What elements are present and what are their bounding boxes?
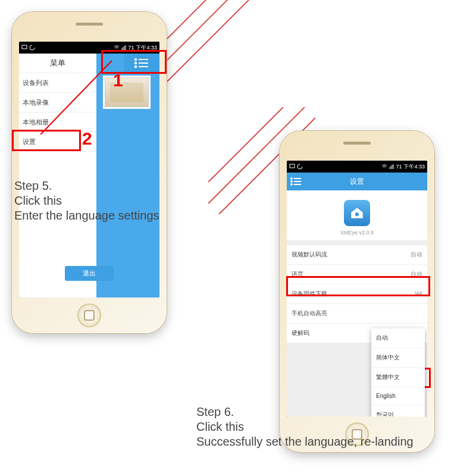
cast-icon bbox=[21, 45, 27, 51]
svg-point-17 bbox=[291, 181, 292, 182]
clock-text: 下午4:33 bbox=[136, 44, 157, 52]
signal-icon bbox=[121, 45, 126, 51]
svg-line-1 bbox=[154, 0, 250, 95]
settings-row-stream[interactable]: 视频默认码流自动 bbox=[287, 245, 427, 265]
callout-step5: Step 5. Click this Enter the language se… bbox=[14, 178, 159, 223]
status-bar: 71 下午4:33 bbox=[287, 161, 427, 173]
sync-icon bbox=[297, 164, 303, 170]
step5-title: Step 5. bbox=[14, 178, 159, 193]
svg-point-9 bbox=[135, 62, 136, 64]
svg-rect-14 bbox=[290, 164, 295, 168]
dropdown-item-auto[interactable]: 自动 bbox=[371, 328, 425, 348]
svg-point-7 bbox=[135, 59, 136, 60]
phone-frame-right: 71 下午4:33 设置 XMEye v2.0.8 视频默认码流自动 语言自动 bbox=[280, 131, 434, 452]
exit-button[interactable]: 退出 bbox=[65, 266, 114, 281]
settings-row-brightness[interactable]: 手机自动高亮 bbox=[287, 304, 427, 324]
step5-line2: Click this bbox=[14, 193, 159, 208]
settings-row-firmware[interactable]: 设备固件下载WI bbox=[287, 284, 427, 304]
cast-icon bbox=[289, 164, 295, 170]
wifi-icon bbox=[114, 45, 120, 51]
svg-point-19 bbox=[291, 184, 292, 185]
step6-line3: Successfully set the language, re-landin… bbox=[196, 434, 414, 449]
battery-text: 71 bbox=[128, 45, 134, 51]
list-icon bbox=[134, 58, 149, 68]
dropdown-item-korean[interactable]: 한국어 bbox=[371, 405, 425, 416]
dropdown-item-simplified[interactable]: 简体中文 bbox=[371, 348, 425, 368]
status-bar: 71 下午4:33 bbox=[19, 42, 159, 54]
house-eye-icon bbox=[349, 205, 365, 221]
svg-point-21 bbox=[355, 212, 359, 217]
wifi-icon bbox=[381, 164, 387, 170]
dropdown-item-traditional[interactable]: 繁體中文 bbox=[371, 368, 425, 387]
app-info: XMEye v2.0.8 bbox=[287, 190, 427, 240]
battery-text: 71 bbox=[396, 164, 402, 170]
sync-icon bbox=[29, 45, 35, 51]
svg-point-15 bbox=[291, 178, 292, 179]
step6-line2: Click this bbox=[196, 419, 414, 434]
phone-screen: 71 下午4:33 设置 XMEye v2.0.8 视频默认码流自动 语言自动 bbox=[287, 161, 427, 416]
svg-rect-6 bbox=[22, 45, 27, 49]
back-menu-button[interactable] bbox=[290, 177, 305, 186]
signal-icon bbox=[389, 164, 394, 170]
step5-line3: Enter the language settings bbox=[14, 208, 159, 223]
list-icon bbox=[290, 177, 302, 186]
settings-row-language[interactable]: 语言自动 bbox=[287, 265, 427, 284]
home-button[interactable] bbox=[77, 303, 101, 327]
menu-button[interactable] bbox=[124, 54, 159, 73]
svg-point-11 bbox=[135, 66, 136, 67]
page-title: 设置 bbox=[305, 177, 409, 187]
title-bar: 设置 bbox=[287, 173, 427, 190]
app-name: XMEye v2.0.8 bbox=[287, 230, 427, 236]
clock-text: 下午4:33 bbox=[403, 163, 425, 171]
connector-line bbox=[40, 60, 118, 137]
dropdown-item-english[interactable]: English bbox=[371, 387, 425, 405]
svg-line-5 bbox=[208, 107, 283, 182]
app-logo bbox=[344, 200, 370, 226]
language-dropdown: 自动 简体中文 繁體中文 English 한국어 bbox=[371, 328, 425, 416]
svg-line-13 bbox=[40, 61, 112, 134]
